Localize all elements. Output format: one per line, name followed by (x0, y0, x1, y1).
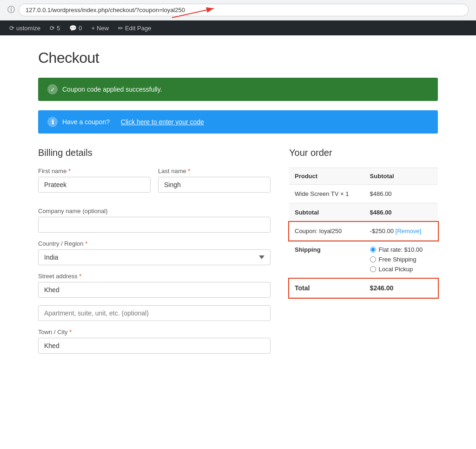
pencil-icon: ✏ (118, 25, 123, 32)
info-banner-icon: ℹ (47, 117, 58, 127)
country-group: Country / Region * India United States U… (38, 240, 271, 265)
address-info-icon: ⓘ (7, 5, 15, 15)
shipping-flat-rate-radio[interactable] (370, 247, 376, 253)
shipping-free[interactable]: Free Shipping (370, 256, 432, 263)
comments-button[interactable]: 💬 0 (65, 20, 86, 35)
main-content: Checkout ✓ Coupon code applied successfu… (29, 35, 447, 375)
success-banner: ✓ Coupon code applied successfully. (38, 78, 438, 101)
checkout-layout: Billing details First name * Last name * (38, 147, 438, 361)
product-header: Product (289, 168, 364, 185)
updates-button[interactable]: ⟳ 5 (45, 20, 65, 35)
town-city-group: Town / City * (38, 328, 271, 354)
last-name-input[interactable] (158, 177, 271, 193)
url-input[interactable] (19, 4, 469, 16)
apartment-input[interactable] (38, 305, 271, 321)
page-title: Checkout (38, 49, 438, 67)
shipping-local-pickup[interactable]: Local Pickup (370, 266, 432, 273)
street-address-input[interactable] (38, 282, 271, 298)
info-prefix: Have a coupon? (62, 118, 110, 126)
required-star: * (188, 168, 190, 174)
total-row: Total $246.00 (289, 279, 438, 298)
subtotal-header: Subtotal (364, 168, 438, 185)
new-button[interactable]: + New (87, 20, 114, 35)
comments-count: 0 (79, 25, 82, 32)
address-bar: ⓘ (0, 0, 476, 20)
required-star: * (69, 328, 72, 335)
total-label: Total (289, 279, 364, 298)
comments-icon: 💬 (69, 25, 77, 32)
subtotal-row: Subtotal $486.00 (289, 203, 438, 222)
shipping-label: Shipping (289, 241, 364, 279)
product-name: Wide Screen TV × 1 (289, 185, 364, 203)
shipping-flat-rate[interactable]: Flat rate: $10.00 (370, 246, 432, 253)
customize-icon: ⟳ (9, 25, 14, 32)
product-price: $486.00 (364, 185, 438, 203)
first-name-label: First name * (38, 168, 151, 174)
shipping-free-radio[interactable] (370, 256, 376, 262)
customize-label: ustomize (16, 25, 40, 32)
street-address-label: Street address * (38, 273, 271, 280)
coupon-remove-link[interactable]: [Remove] (396, 228, 422, 235)
subtotal-label: Subtotal (289, 203, 364, 222)
required-star: * (79, 273, 81, 280)
success-icon: ✓ (47, 84, 58, 94)
shipping-options-list: Flat rate: $10.00 Free Shipping Local Pi… (370, 246, 432, 273)
edit-page-button[interactable]: ✏ Edit Page (113, 20, 156, 35)
table-header-row: Product Subtotal (289, 168, 438, 185)
coupon-link[interactable]: Click here to enter your code (121, 118, 204, 126)
customize-button[interactable]: ⟳ ustomize (5, 20, 45, 35)
company-name-label: Company name (optional) (38, 208, 271, 214)
last-name-group: Last name * (158, 168, 271, 193)
last-name-label: Last name * (158, 168, 271, 174)
updates-count: 5 (57, 25, 60, 32)
subtotal-value: $486.00 (364, 203, 438, 222)
apartment-group (38, 305, 271, 321)
first-name-input[interactable] (38, 177, 151, 193)
billing-section: Billing details First name * Last name * (38, 147, 271, 361)
company-name-group: Company name (optional) (38, 208, 271, 233)
order-table: Product Subtotal Wide Screen TV × 1 $486… (289, 168, 438, 298)
shipping-flat-rate-label: Flat rate: $10.00 (379, 246, 423, 253)
info-banner: ℹ Have a coupon? Click here to enter you… (38, 110, 438, 134)
order-title: Your order (289, 147, 438, 158)
shipping-local-pickup-label: Local Pickup (379, 266, 413, 273)
shipping-options: Flat rate: $10.00 Free Shipping Local Pi… (364, 241, 438, 279)
country-label: Country / Region * (38, 240, 271, 247)
country-select[interactable]: India United States United Kingdom (38, 249, 271, 265)
street-address-group: Street address * (38, 273, 271, 298)
shipping-local-pickup-radio[interactable] (370, 266, 376, 272)
order-section: Your order Product Subtotal Wide Screen … (289, 147, 438, 361)
shipping-row: Shipping Flat rate: $10.00 Free Shipping (289, 241, 438, 279)
success-message: Coupon code applied successfully. (62, 86, 162, 93)
required-star: * (68, 168, 71, 174)
coupon-row: Coupon: loyal250 -$250.00 [Remove] (289, 222, 438, 241)
name-row: First name * Last name * (38, 168, 271, 200)
company-name-input[interactable] (38, 217, 271, 233)
edit-page-label: Edit Page (125, 25, 151, 32)
shipping-free-label: Free Shipping (379, 256, 416, 263)
first-name-group: First name * (38, 168, 151, 193)
town-city-input[interactable] (38, 338, 271, 354)
admin-bar: ⟳ ustomize ⟳ 5 💬 0 + New ✏ Edit Page (0, 20, 476, 35)
coupon-label: Coupon: loyal250 (289, 222, 364, 241)
required-star: * (85, 240, 87, 247)
plus-icon: + (92, 25, 95, 32)
updates-icon: ⟳ (50, 25, 55, 32)
table-row: Wide Screen TV × 1 $486.00 (289, 185, 438, 203)
total-value: $246.00 (364, 279, 438, 298)
town-city-label: Town / City * (38, 328, 271, 335)
coupon-value: -$250.00 [Remove] (364, 222, 438, 241)
billing-title: Billing details (38, 147, 271, 158)
new-label: New (97, 25, 109, 32)
